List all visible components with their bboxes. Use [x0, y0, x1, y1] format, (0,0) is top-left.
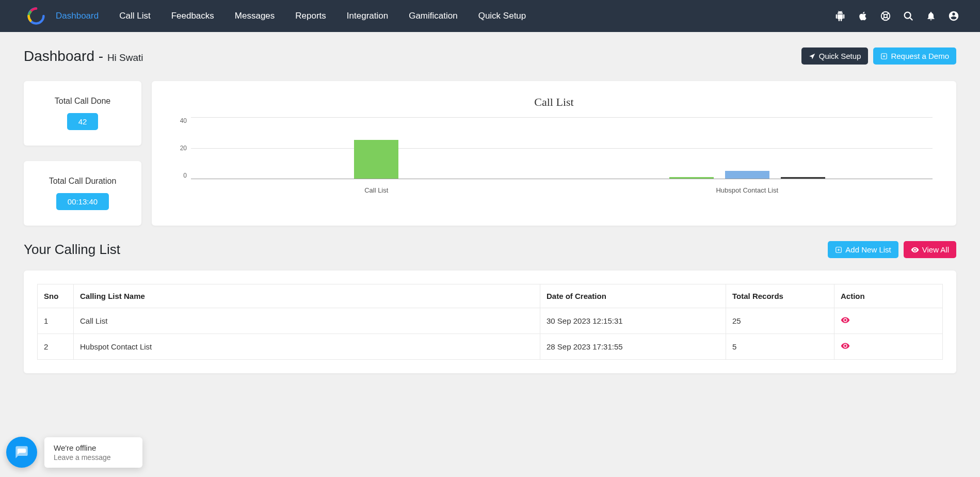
svg-point-2 — [905, 12, 911, 19]
total-call-done-card: Total Call Done 42 — [24, 81, 141, 146]
ytick: 40 — [172, 117, 187, 124]
cell-action — [834, 334, 943, 360]
nav-dashboard[interactable]: Dashboard — [56, 11, 99, 21]
calling-list-table: Sno Calling List Name Date of Creation T… — [37, 284, 943, 360]
cell-records: 25 — [726, 308, 834, 334]
nav-call-list[interactable]: Call List — [119, 11, 150, 21]
chart-bar — [781, 177, 825, 179]
request-demo-label: Request a Demo — [891, 52, 949, 60]
cell-date: 28 Sep 2023 17:31:55 — [540, 334, 726, 360]
y-axis: 40 20 0 — [172, 117, 187, 200]
col-action: Action — [834, 284, 943, 308]
page-title-text: Dashboard - — [24, 48, 107, 64]
chart-title: Call List — [172, 96, 936, 109]
nav-feedbacks[interactable]: Feedbacks — [171, 11, 214, 21]
cell-action — [834, 308, 943, 334]
plus-square-icon — [880, 53, 888, 60]
add-new-list-button[interactable]: Add New List — [828, 241, 898, 258]
chart-bar — [725, 171, 769, 179]
col-date: Date of Creation — [540, 284, 726, 308]
nav-messages[interactable]: Messages — [235, 11, 275, 21]
nav-reports[interactable]: Reports — [295, 11, 326, 21]
total-call-duration-value: 00:13:40 — [56, 193, 109, 210]
quick-setup-label: Quick Setup — [819, 52, 861, 60]
plot-area — [191, 117, 933, 179]
calling-list-title: Your Calling List — [24, 242, 120, 258]
user-icon[interactable] — [948, 10, 959, 22]
col-sno: Sno — [38, 284, 74, 308]
table-row: 1Call List30 Sep 2023 12:15:3125 — [38, 308, 943, 334]
quick-setup-button[interactable]: Quick Setup — [801, 47, 869, 65]
chart-card: Call List 40 20 0 Call List Hubspot Cont… — [152, 81, 956, 226]
view-all-label: View All — [922, 245, 949, 254]
add-new-list-label: Add New List — [845, 245, 891, 254]
cell-sno: 1 — [38, 308, 74, 334]
help-icon[interactable] — [880, 10, 891, 22]
table-row: 2Hubspot Contact List28 Sep 2023 17:31:5… — [38, 334, 943, 360]
total-call-done-value: 42 — [67, 113, 99, 130]
top-navbar: Dashboard Call List Feedbacks Messages R… — [0, 0, 980, 32]
calling-list-table-card: Sno Calling List Name Date of Creation T… — [24, 271, 956, 373]
bar-group — [669, 171, 825, 179]
x-label: Call List — [191, 183, 562, 200]
view-all-button[interactable]: View All — [904, 241, 956, 258]
apple-icon[interactable] — [857, 10, 869, 22]
ytick: 0 — [172, 172, 187, 179]
eye-icon — [911, 246, 919, 254]
cell-date: 30 Sep 2023 12:15:31 — [540, 308, 726, 334]
request-demo-button[interactable]: Request a Demo — [873, 47, 956, 65]
col-name: Calling List Name — [74, 284, 540, 308]
svg-point-1 — [884, 14, 887, 18]
page-title: Dashboard - Hi Swati — [24, 48, 143, 65]
nav-quick-setup[interactable]: Quick Setup — [478, 11, 526, 21]
ytick: 20 — [172, 145, 187, 152]
search-icon[interactable] — [903, 10, 914, 22]
view-row-icon[interactable] — [841, 315, 850, 325]
location-arrow-icon — [809, 53, 816, 60]
chart-bar — [354, 140, 398, 179]
nav-gamification[interactable]: Gamification — [409, 11, 457, 21]
total-call-duration-card: Total Call Duration 00:13:40 — [24, 161, 141, 226]
cell-name: Call List — [74, 308, 540, 334]
total-call-done-label: Total Call Done — [34, 97, 131, 106]
android-icon[interactable] — [834, 10, 846, 22]
bell-icon[interactable] — [925, 10, 937, 22]
bar-group — [354, 140, 398, 179]
plus-square-icon — [835, 246, 842, 253]
chart-bar — [669, 177, 714, 179]
nav-icons — [834, 10, 959, 22]
nav-links: Dashboard Call List Feedbacks Messages R… — [56, 11, 834, 21]
x-label: Hubspot Contact List — [562, 183, 933, 200]
total-call-duration-label: Total Call Duration — [34, 177, 131, 186]
view-row-icon[interactable] — [841, 341, 850, 351]
greeting: Hi Swati — [107, 52, 143, 63]
cell-name: Hubspot Contact List — [74, 334, 540, 360]
cell-sno: 2 — [38, 334, 74, 360]
nav-integration[interactable]: Integration — [347, 11, 388, 21]
cell-records: 5 — [726, 334, 834, 360]
col-records: Total Records — [726, 284, 834, 308]
app-logo[interactable] — [27, 7, 45, 25]
